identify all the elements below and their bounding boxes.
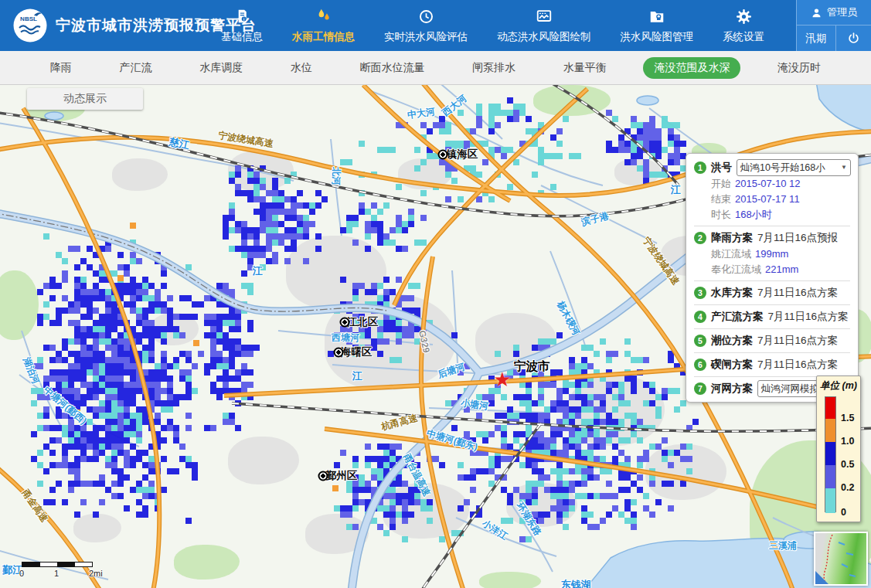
legend-tick: 1.5 — [841, 413, 854, 423]
user-name: 管理员 — [827, 5, 857, 19]
map-scale-bar: 0 1 2mi — [15, 558, 116, 581]
user-icon — [811, 7, 822, 19]
depth-legend: 单位 (m) 1.5 1.0 0.5 0.2 0 — [816, 376, 861, 522]
chevron-down-icon: ▼ — [841, 159, 847, 176]
tab-runoff[interactable]: 产汇流 — [108, 57, 162, 79]
map-canvas[interactable]: 慈江中大河西大河镇海区宁波绕城高速宁波绕城高速滨子港北河江湖泊河中塘河(鄞西)西… — [0, 85, 871, 588]
water-drops-icon — [315, 6, 332, 26]
nav-item-basic-info[interactable]: 基础信息 — [219, 5, 264, 48]
tab-section-flow[interactable]: 断面水位流量 — [349, 57, 435, 79]
legend-seg — [825, 419, 835, 442]
flood-event-select[interactable]: 灿鸿10号开始168小▼ — [737, 159, 851, 176]
main-nav: 基础信息 水雨工情信息 实时洪水风险评估 动态洪水风险图绘制 — [210, 0, 796, 51]
divider — [694, 352, 850, 353]
district-marker — [334, 348, 344, 358]
user-menu[interactable]: 管理员 — [797, 0, 871, 25]
svg-text:NBSL: NBSL — [20, 15, 37, 22]
panel-row: 奉化江流域221mm — [694, 262, 850, 277]
nav-label: 动态洪水风险图绘制 — [497, 30, 591, 46]
header-bar: NBSL 宁波市城市洪涝预报预警平台 基础信息 水雨工情信息 — [0, 0, 871, 51]
legend-seg — [825, 442, 835, 465]
city-star-marker: ★ — [493, 369, 511, 389]
scale-label: 0 — [19, 569, 24, 578]
sub-nav-tabbar: 降雨 产汇流 水库调度 水位 断面水位流量 闸泵排水 水量平衡 淹没范围及水深 … — [0, 51, 871, 85]
scale-label: 2mi — [89, 569, 103, 578]
divider — [694, 226, 850, 226]
nav-label: 基础信息 — [221, 30, 263, 46]
legend-title: 单位 (m) — [817, 379, 860, 393]
nav-item-dynamic-riskmap[interactable]: 动态洪水风险图绘制 — [495, 5, 593, 48]
legend-tick: 0.5 — [841, 459, 854, 470]
legend-seg — [825, 465, 835, 488]
app-window: NBSL 宁波市城市洪涝预报预警平台 基础信息 水雨工情信息 — [0, 0, 871, 588]
legend-tick: 0 — [841, 507, 846, 518]
reservoir-plan-section: 3水库方案7月11日16点方案 — [694, 284, 850, 301]
panel-row: 时长168小时 — [694, 207, 850, 223]
divider — [694, 304, 850, 305]
flood-season-button[interactable]: 汛期 — [797, 25, 835, 51]
logout-button[interactable] — [835, 25, 871, 51]
runoff-plan-section: 4产汇流方案7月11日16点方案 — [694, 308, 850, 325]
clock-icon — [418, 6, 434, 26]
section-badge: 1 — [694, 161, 706, 174]
divider — [694, 328, 850, 329]
folder-lock-icon — [648, 6, 665, 26]
app-logo: NBSL — [12, 8, 48, 43]
dynamic-display-button[interactable]: 动态展示 — [27, 88, 143, 110]
minimap-toggle-icon[interactable] — [815, 571, 828, 584]
legend-colorbar — [825, 396, 836, 512]
rainfall-plan-section: 2 降雨方案 7月11日16点预报 姚江流域199mm 奉化江流域221mm — [694, 229, 850, 277]
tab-water-level[interactable]: 水位 — [280, 57, 323, 79]
divider — [694, 280, 850, 281]
panel-row: 姚江流域199mm — [694, 246, 850, 262]
nav-item-riskmap-manage[interactable]: 洪水风险图管理 — [619, 5, 696, 48]
header-user-block: 管理员 汛期 — [796, 0, 871, 51]
nav-label: 洪水风险图管理 — [621, 30, 694, 46]
tab-rainfall[interactable]: 降雨 — [39, 57, 83, 79]
tab-inundation-duration[interactable]: 淹没历时 — [767, 57, 832, 79]
district-marker — [438, 150, 448, 160]
dynamic-chart-icon — [536, 6, 553, 26]
scale-label: 1 — [54, 569, 59, 578]
legend-seg — [825, 488, 835, 513]
scale-segments — [22, 562, 93, 567]
tab-inundation-extent-depth[interactable]: 淹没范围及水深 — [643, 57, 740, 79]
legend-tick: 0.2 — [841, 482, 854, 493]
info-doc-icon — [234, 6, 250, 26]
nav-label: 水雨工情信息 — [292, 30, 355, 46]
legend-tick: 1.0 — [841, 436, 854, 447]
nav-label: 实时洪水风险评估 — [384, 30, 468, 46]
nav-label: 系统设置 — [723, 30, 764, 46]
flood-id-section: 1 洪号 灿鸿10号开始168小▼ 开始2015-07-10 12 结束2015… — [694, 159, 850, 223]
legend-seg — [825, 397, 835, 419]
nav-item-water-rain-info[interactable]: 水雨工情信息 — [291, 5, 356, 48]
district-marker — [318, 471, 328, 481]
tide-plan-section: 5潮位方案7月11日16点方案 — [694, 332, 850, 349]
nav-item-system-settings[interactable]: 系统设置 — [721, 5, 766, 48]
tab-gate-pump-drain[interactable]: 闸泵排水 — [461, 57, 526, 79]
header-bottom-row: 汛期 — [797, 25, 871, 51]
sluice-plan-section: 6碶闸方案7月11日16点方案 — [694, 356, 850, 373]
panel-row: 开始2015-07-10 12 — [694, 176, 850, 192]
power-icon — [847, 32, 860, 45]
panel-row: 结束2015-07-17 11 — [694, 192, 850, 207]
brand: NBSL 宁波市城市洪涝预报预警平台 — [0, 0, 210, 51]
district-marker — [340, 318, 350, 328]
tab-water-balance[interactable]: 水量平衡 — [553, 57, 618, 79]
flood-info-panel: 1 洪号 灿鸿10号开始168小▼ 开始2015-07-10 12 结束2015… — [686, 153, 859, 403]
gear-icon — [736, 6, 752, 26]
nav-item-realtime-risk[interactable]: 实时洪水风险评估 — [383, 5, 469, 48]
overview-minimap[interactable] — [814, 532, 868, 586]
tab-reservoir-dispatch[interactable]: 水库调度 — [189, 57, 253, 79]
